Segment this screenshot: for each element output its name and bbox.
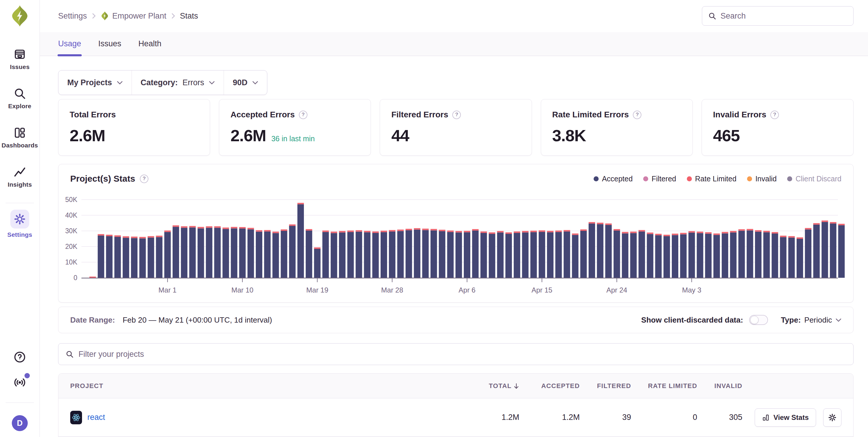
type-dropdown[interactable]: Type: Periodic bbox=[781, 315, 841, 325]
tab-health[interactable]: Health bbox=[138, 32, 161, 56]
legend-item-filtered[interactable]: Filtered bbox=[643, 174, 676, 183]
sidebar-item-explore[interactable]: Explore bbox=[8, 87, 31, 110]
project-scope-dropdown[interactable]: My Projects bbox=[58, 70, 132, 95]
stat-card-value: 2.6M bbox=[70, 126, 105, 145]
stat-card-value: 44 bbox=[391, 126, 409, 145]
chevron-down-icon bbox=[117, 81, 123, 85]
legend-label: Accepted bbox=[602, 174, 632, 183]
svg-text:Apr 6: Apr 6 bbox=[459, 286, 475, 294]
project-settings-button[interactable] bbox=[823, 408, 841, 427]
user-avatar[interactable]: D bbox=[12, 415, 28, 431]
help-question-icon[interactable]: ? bbox=[770, 110, 779, 119]
legend-item-accepted[interactable]: Accepted bbox=[594, 174, 632, 183]
usage-bar-chart: 010K20K30K40K50KMar 1Mar 10Mar 19Mar 28A… bbox=[58, 164, 853, 302]
sidebar-item-dashboards[interactable]: Dashboards bbox=[1, 126, 38, 149]
stat-card-value: 3.8K bbox=[552, 126, 586, 145]
issues-icon bbox=[13, 48, 26, 61]
react-platform-icon bbox=[70, 411, 82, 424]
row-actions: View Stats bbox=[742, 408, 841, 427]
stat-card-invalid-errors: Invalid Errors ? 465 bbox=[702, 99, 854, 156]
legend-dot bbox=[787, 176, 792, 181]
svg-text:Apr 15: Apr 15 bbox=[531, 286, 552, 294]
breadcrumb-settings[interactable]: Settings bbox=[58, 11, 87, 21]
whats-new-wrap bbox=[13, 376, 26, 390]
cell-invalid: 305 bbox=[697, 413, 742, 422]
svg-text:May 3: May 3 bbox=[682, 286, 701, 294]
view-stats-label: View Stats bbox=[773, 413, 809, 422]
col-header-filtered[interactable]: FILTERED bbox=[580, 382, 631, 390]
main-area: Settings Empower Plant Stats bbox=[40, 0, 868, 437]
sidebar: Issues Explore Dashboards Insights bbox=[0, 0, 40, 437]
legend-label: Client Discard bbox=[796, 174, 841, 183]
help-question-icon[interactable]: ? bbox=[633, 110, 642, 119]
help-question-icon[interactable]: ? bbox=[299, 110, 307, 119]
breadcrumb-org[interactable]: Empower Plant bbox=[101, 11, 166, 21]
stat-card-title: Accepted Errors bbox=[230, 110, 295, 120]
stat-cards-row: Total Errors 2.6M Accepted Errors ? 2.6M… bbox=[58, 99, 854, 156]
project-stats-chart-card: Project(s) Stats ? Accepted Filtered bbox=[58, 164, 854, 303]
svg-text:Mar 28: Mar 28 bbox=[381, 286, 403, 294]
legend-item-rate-limited[interactable]: Rate Limited bbox=[687, 174, 736, 183]
tab-bar: Usage Issues Health bbox=[40, 32, 868, 56]
svg-text:Mar 10: Mar 10 bbox=[231, 286, 253, 294]
svg-text:Mar 19: Mar 19 bbox=[306, 286, 329, 294]
breadcrumb-current: Stats bbox=[180, 11, 198, 21]
page-content: My Projects Category: Errors 90D Total bbox=[40, 56, 868, 437]
stat-card-accepted-errors: Accepted Errors ? 2.6M 36 in last min bbox=[219, 99, 371, 156]
type-value: Periodic bbox=[804, 315, 832, 325]
sentry-logo[interactable] bbox=[10, 5, 30, 27]
gear-icon bbox=[828, 413, 836, 422]
sidebar-label: Insights bbox=[8, 181, 32, 188]
col-header-total-label: TOTAL bbox=[489, 382, 512, 390]
col-header-project[interactable]: PROJECT bbox=[70, 382, 466, 390]
global-search bbox=[702, 6, 854, 26]
react-atom-icon bbox=[72, 413, 81, 422]
stat-card-title: Total Errors bbox=[70, 110, 116, 120]
sidebar-label: Explore bbox=[8, 103, 31, 110]
search-icon bbox=[708, 12, 716, 20]
tab-usage[interactable]: Usage bbox=[58, 32, 81, 56]
view-stats-button[interactable]: View Stats bbox=[755, 408, 816, 427]
sidebar-item-insights[interactable]: Insights bbox=[8, 165, 32, 188]
app-window: Issues Explore Dashboards Insights bbox=[0, 0, 868, 437]
stat-card-total-errors: Total Errors 2.6M bbox=[58, 99, 210, 156]
client-discard-toggle[interactable] bbox=[749, 315, 768, 325]
explore-search-icon bbox=[13, 87, 26, 100]
col-header-invalid[interactable]: INVALID bbox=[697, 382, 742, 390]
sidebar-label: Settings bbox=[7, 231, 32, 238]
help-question-icon[interactable]: ? bbox=[140, 174, 148, 183]
breadcrumb: Settings Empower Plant Stats bbox=[58, 11, 198, 21]
project-link[interactable]: react bbox=[87, 413, 105, 422]
legend-dot bbox=[643, 176, 648, 181]
stat-card-value: 465 bbox=[713, 126, 740, 145]
search-input[interactable] bbox=[720, 11, 847, 21]
date-range-dropdown[interactable]: 90D bbox=[224, 70, 267, 95]
col-header-rate-limited[interactable]: RATE LIMITED bbox=[631, 382, 697, 390]
settings-active-pill bbox=[10, 210, 29, 229]
legend-item-invalid[interactable]: Invalid bbox=[747, 174, 777, 183]
stat-card-filtered-errors: Filtered Errors ? 44 bbox=[380, 99, 532, 156]
col-header-total[interactable]: TOTAL bbox=[466, 382, 519, 390]
category-value: Errors bbox=[183, 78, 205, 87]
breadcrumb-org-label: Empower Plant bbox=[113, 11, 166, 21]
svg-text:20K: 20K bbox=[65, 243, 78, 250]
stat-card-rate-limited-errors: Rate Limited Errors ? 3.8K bbox=[541, 99, 693, 156]
client-discard-toggle-label: Show client-discarded data: bbox=[641, 315, 743, 325]
svg-text:40K: 40K bbox=[65, 211, 78, 219]
help-icon[interactable] bbox=[13, 350, 26, 364]
category-dropdown[interactable]: Category: Errors bbox=[132, 70, 224, 95]
legend-item-client-discard[interactable]: Client Discard bbox=[787, 174, 841, 183]
col-header-accepted[interactable]: ACCEPTED bbox=[519, 382, 580, 390]
notification-dot bbox=[25, 373, 30, 378]
svg-text:10K: 10K bbox=[65, 258, 78, 266]
tab-issues[interactable]: Issues bbox=[98, 32, 121, 56]
stat-card-title: Invalid Errors bbox=[713, 110, 767, 120]
sidebar-item-issues[interactable]: Issues bbox=[10, 48, 30, 70]
sidebar-item-settings[interactable]: Settings bbox=[7, 210, 32, 238]
help-question-icon[interactable]: ? bbox=[452, 110, 461, 119]
project-filter-input[interactable] bbox=[79, 350, 846, 359]
broadcast-icon[interactable] bbox=[13, 376, 26, 389]
table-row-react: react 1.2M 1.2M 39 0 305 View Stats bbox=[58, 398, 853, 437]
toggle-knob bbox=[750, 316, 758, 324]
date-range-label: 90D bbox=[233, 78, 248, 87]
